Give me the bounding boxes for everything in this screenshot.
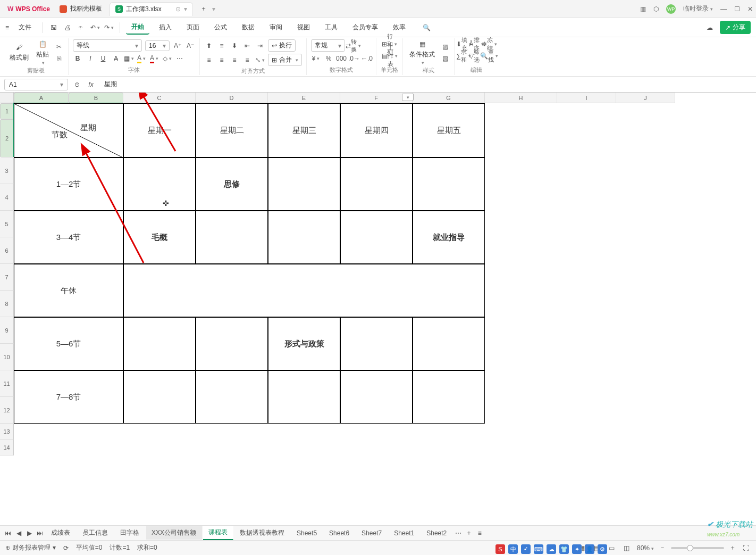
format-more-icon[interactable]: ⋯ <box>175 54 184 63</box>
percent-icon[interactable]: % <box>324 54 333 63</box>
highlight-button[interactable]: A <box>137 54 146 63</box>
tab-next-icon[interactable]: ▶ <box>24 528 34 538</box>
comma-icon[interactable]: 000 <box>337 54 346 63</box>
col-header-H[interactable]: H <box>485 93 557 103</box>
row-header-5[interactable]: 5 <box>0 211 14 237</box>
font-size-select[interactable]: 16▾ <box>145 40 170 51</box>
row-header-1[interactable]: 1 <box>0 103 14 119</box>
align-right-icon[interactable]: ≡ <box>230 55 239 65</box>
row-header-10[interactable]: 10 <box>0 344 14 370</box>
fullscreen-icon[interactable]: ⛶ <box>741 543 751 553</box>
menu-data[interactable]: 数据 <box>237 21 260 34</box>
align-top-icon[interactable]: ⬆ <box>204 41 214 51</box>
ime-skin-icon[interactable]: 👕 <box>559 544 569 554</box>
currency-icon[interactable]: ¥ <box>311 54 321 63</box>
sheet-tab[interactable]: Sheet1 <box>389 527 420 539</box>
search-icon[interactable]: 🔍 <box>422 23 431 32</box>
sheet-tab[interactable]: Sheet7 <box>356 527 388 539</box>
cell-period-3-4[interactable]: 3—4节 <box>14 211 123 264</box>
ime-zh-icon[interactable]: 中 <box>508 544 518 554</box>
row-header-2[interactable]: 2 <box>0 119 14 158</box>
cell-e56[interactable] <box>268 211 340 264</box>
orientation-icon[interactable]: ⤡ <box>255 55 265 65</box>
ime-cloud-icon[interactable]: ☁ <box>547 544 556 554</box>
zoom-out-button[interactable]: － <box>659 543 666 552</box>
menu-formula[interactable]: 公式 <box>209 21 232 34</box>
bold-button[interactable]: B <box>73 54 82 63</box>
cell-hdr-thu[interactable]: 星期四 <box>340 103 413 158</box>
font-color-button[interactable]: A <box>149 54 159 63</box>
ime-user-icon[interactable]: 👤 <box>585 544 594 554</box>
status-sync-icon[interactable]: ⟳ <box>63 544 69 552</box>
sheet-tab[interactable]: 员工信息 <box>77 526 114 540</box>
cell-e910[interactable]: 形式与政策 <box>268 317 340 370</box>
menu-view[interactable]: 视图 <box>292 21 315 34</box>
indent-dec-icon[interactable]: ⇤ <box>242 41 252 51</box>
save-icon[interactable]: 🖫 <box>49 23 58 32</box>
menu-tools[interactable]: 工具 <box>320 21 343 34</box>
justify-icon[interactable]: ≡ <box>242 55 252 65</box>
zoom-in-button[interactable]: ＋ <box>729 543 736 552</box>
select-all-corner[interactable] <box>0 93 14 103</box>
strike-button[interactable]: A̶ <box>111 54 121 63</box>
col-header-C[interactable]: C <box>123 93 196 103</box>
row-header-3[interactable]: 3 <box>0 158 14 184</box>
cell-hdr-mon[interactable]: 星期一 <box>123 103 196 158</box>
format-painter-button[interactable]: 🖌格式刷 <box>7 43 31 62</box>
cell-lunch-label[interactable]: 午休 <box>14 264 123 317</box>
dec-inc-icon[interactable]: .0→ <box>349 54 359 63</box>
cell-c910[interactable] <box>123 317 196 370</box>
wrap-button[interactable]: ↩换行 <box>268 39 296 52</box>
sheet-list-icon[interactable]: ≡ <box>475 528 484 538</box>
font-name-select[interactable]: 等线▾ <box>73 39 142 52</box>
view-pagebreak-icon[interactable]: ▭ <box>607 543 617 553</box>
zoom-value[interactable]: 80% <box>637 544 654 552</box>
cell-g56[interactable]: 就业指导 <box>413 211 485 264</box>
dec-dec-icon[interactable]: ←.0 <box>362 54 372 63</box>
decrease-font-icon[interactable]: A⁻ <box>186 41 195 51</box>
redo-button[interactable]: ↷ <box>104 23 114 32</box>
ime-punct-icon[interactable]: •' <box>521 544 531 554</box>
row-header-6[interactable]: 6 <box>0 237 14 264</box>
sum-button[interactable]: ∑ 求和 <box>459 51 468 61</box>
zoom-slider[interactable] <box>671 547 724 549</box>
sheet-tab[interactable]: Sheet6 <box>324 527 355 539</box>
sheet-tab[interactable]: 数据透视表教程 <box>234 526 290 540</box>
maximize-button[interactable]: ☐ <box>734 5 740 13</box>
view-reading-icon[interactable]: ◫ <box>622 543 632 553</box>
cell-header-diag[interactable]: 星期 节数 <box>14 103 123 158</box>
cell-d34[interactable]: 思修 <box>196 158 268 211</box>
row-header-11[interactable]: 11 <box>0 370 14 397</box>
cell-f34[interactable] <box>340 158 413 211</box>
paste-button[interactable]: 📋粘贴 <box>34 39 51 65</box>
sogou-icon[interactable]: S <box>495 544 505 554</box>
underline-button[interactable]: U <box>98 54 108 63</box>
cell-g910[interactable] <box>413 317 485 370</box>
align-left-icon[interactable]: ≡ <box>204 55 214 65</box>
align-center-icon[interactable]: ≡ <box>217 55 226 65</box>
undo-button[interactable]: ↶ <box>90 23 100 32</box>
cell-f910[interactable] <box>340 317 413 370</box>
tab-last-icon[interactable]: ⏭ <box>35 528 45 538</box>
merge-button[interactable]: ⊞合并 <box>268 54 302 66</box>
fx-icon[interactable]: fx <box>86 80 96 89</box>
cell-d910[interactable] <box>196 317 268 370</box>
cell-c34[interactable] <box>123 158 196 211</box>
cell-g34[interactable] <box>413 158 485 211</box>
cond-format-button[interactable]: ▦条件格式 <box>407 39 437 65</box>
tab-prev-icon[interactable]: ◀ <box>14 528 23 538</box>
cell-period-7-8[interactable]: 7—8节 <box>14 370 123 424</box>
cell-f1112[interactable] <box>340 370 413 424</box>
sheet-tab[interactable]: Sheet2 <box>421 527 452 539</box>
indent-inc-icon[interactable]: ⇥ <box>255 41 265 51</box>
cut-icon[interactable]: ✂ <box>54 42 64 52</box>
print-preview-icon[interactable]: ᯤ <box>77 23 86 32</box>
sheet-tab[interactable]: 成绩表 <box>46 526 76 540</box>
increase-font-icon[interactable]: A⁺ <box>173 41 182 51</box>
minimize-button[interactable]: — <box>720 5 727 13</box>
print-icon[interactable]: 🖨 <box>63 23 72 32</box>
cell-f56[interactable] <box>340 211 413 264</box>
row-header-12[interactable]: 12 <box>0 397 14 424</box>
formula-input[interactable]: 星期 <box>100 78 752 90</box>
tab-document[interactable]: S 工作簿3.xlsx ⊙ ▾ <box>110 2 193 16</box>
